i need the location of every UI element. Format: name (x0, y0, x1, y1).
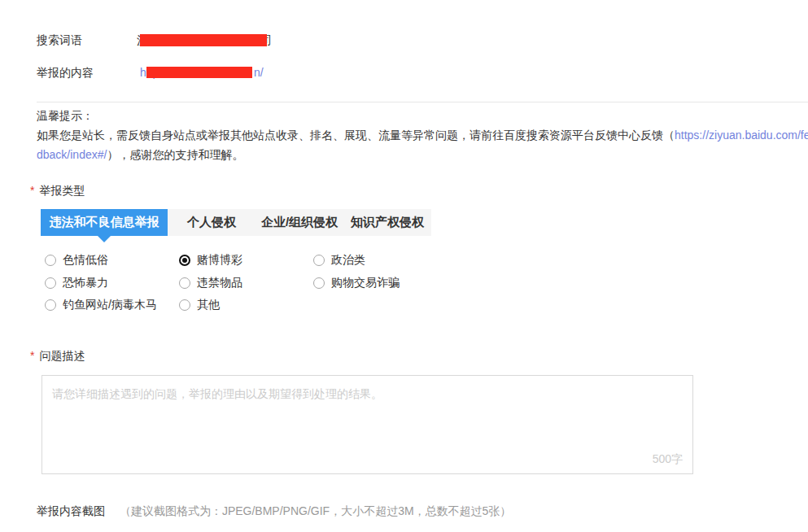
radio-option-label: 其他 (197, 298, 220, 312)
tip-line-2: dback/index#/），感谢您的支持和理解。 (37, 145, 808, 164)
active-tab-pointer-icon (98, 236, 111, 242)
radio-icon (313, 255, 325, 266)
radio-icon (179, 277, 190, 289)
tip-block: 温馨提示： 如果您是站长，需反馈自身站点或举报其他站点收录、排名、展现、流量等异… (37, 106, 808, 164)
description-textarea[interactable] (42, 376, 692, 473)
radio-option-terror-violence[interactable]: 恐怖暴力 (45, 276, 108, 290)
radio-option-label: 赌博博彩 (197, 253, 242, 268)
required-asterisk: * (30, 184, 34, 197)
radio-option-prohibited-goods[interactable]: 违禁物品 (179, 276, 242, 290)
radio-option-label: 违禁物品 (197, 276, 242, 290)
report-type-tabbar: 违法和不良信息举报 个人侵权 企业/组织侵权 知识产权侵权 (41, 209, 431, 236)
radio-icon (45, 277, 56, 289)
radio-icon (313, 277, 325, 289)
required-asterisk: * (30, 349, 34, 362)
radio-icon (179, 299, 190, 311)
tip-title: 温馨提示： (37, 106, 808, 125)
radio-option-label: 色情低俗 (63, 253, 108, 268)
search-term-value: 汉 司 (137, 33, 283, 47)
report-content-label: 举报的内容 (37, 66, 94, 81)
reported-url-link-suffix[interactable]: n/ (254, 66, 264, 79)
radio-option-porn-vulgar[interactable]: 色情低俗 (45, 253, 108, 268)
radio-option-label: 钓鱼网站/病毒木马 (63, 298, 157, 312)
radio-option-label: 恐怖暴力 (63, 276, 108, 290)
tip-line-2-text: ），感谢您的支持和理解。 (107, 148, 243, 161)
report-type-field-label: *举报类型 (30, 184, 85, 198)
char-counter: 500字 (653, 452, 683, 467)
tab-org-infringement[interactable]: 企业/组织侵权 (256, 209, 343, 236)
description-field-label: *问题描述 (30, 349, 85, 364)
description-box: 500字 (41, 375, 693, 474)
description-label: 问题描述 (39, 349, 85, 362)
tab-illegal-bad-info[interactable]: 违法和不良信息举报 (41, 209, 168, 236)
radio-option-label: 购物交易诈骗 (331, 276, 400, 290)
redaction-block (140, 34, 267, 46)
radio-option-other[interactable]: 其他 (179, 298, 220, 312)
feedback-center-link[interactable]: https://ziyuan.baidu.com/fee (675, 129, 808, 142)
radio-option-label: 政治类 (331, 253, 365, 268)
radio-icon (45, 299, 56, 311)
tip-line-1-text: 如果您是站长，需反馈自身站点或举报其他站点收录、排名、展现、流量等异常问题，请前… (37, 129, 675, 142)
radio-option-phishing-malware[interactable]: 钓鱼网站/病毒木马 (45, 298, 157, 312)
tip-line-1: 如果您是站长，需反馈自身站点或举报其他站点收录、排名、展现、流量等异常问题，请前… (37, 125, 808, 145)
radio-option-gambling[interactable]: 赌博博彩 (179, 253, 242, 268)
screenshot-label: 举报内容截图 (37, 504, 105, 517)
radio-option-shopping-fraud[interactable]: 购物交易诈骗 (313, 276, 400, 290)
radio-option-political[interactable]: 政治类 (313, 253, 365, 268)
screenshot-row: 举报内容截图 （建议截图格式为：JPEG/BMP/PNG/GIF，大小不超过3M… (37, 504, 511, 519)
redaction-block (146, 67, 252, 78)
report-type-label: 举报类型 (39, 184, 85, 197)
screenshot-hint: （建议截图格式为：JPEG/BMP/PNG/GIF，大小不超过3M，总数不超过5… (120, 504, 511, 517)
tab-ip-infringement[interactable]: 知识产权侵权 (343, 209, 431, 236)
report-content-value: http:// n/ (140, 66, 286, 81)
divider (37, 102, 808, 102)
radio-selected-icon (179, 255, 190, 266)
search-term-label: 搜索词语 (37, 33, 82, 48)
tab-personal-infringement[interactable]: 个人侵权 (168, 209, 256, 236)
radio-icon (45, 255, 56, 266)
feedback-center-link-continued[interactable]: dback/index#/ (37, 148, 107, 161)
